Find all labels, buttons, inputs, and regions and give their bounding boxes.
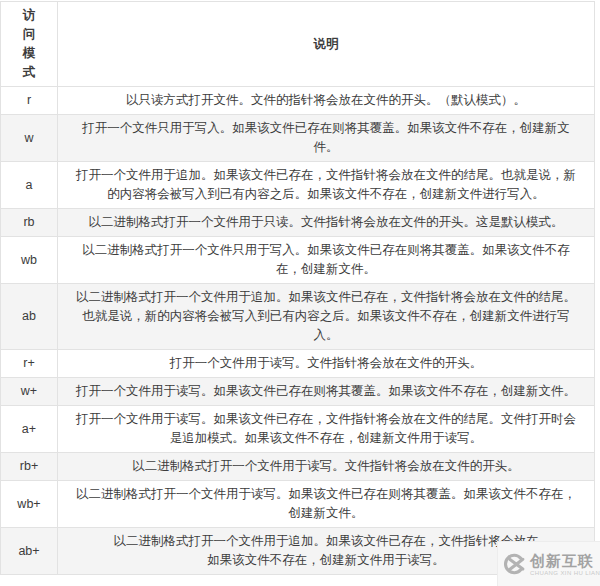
col-header-mode: 访 问 模 式 — [1, 2, 58, 87]
table-row: w+ 打开一个文件用于读写。如果该文件已存在则将其覆盖。如果该文件不存在，创建新… — [1, 378, 595, 406]
description-cell: 以只读方式打开文件。文件的指针将会放在文件的开头。（默认模式）。 — [58, 87, 595, 115]
table-row: wb 以二进制格式打开一个文件只用于写入。如果该文件已存在则将其覆盖。如果该文件… — [1, 237, 595, 284]
mode-cell: a+ — [1, 406, 58, 453]
watermark: 创新互联 CHUANG XIN HU LIAN — [497, 541, 600, 586]
table-row: r+ 打开一个文件用于读写。文件指针将会放在文件的开头。 — [1, 350, 595, 378]
mode-cell: rb — [1, 209, 58, 237]
watermark-subtitle: CHUANG XIN HU LIAN — [530, 570, 597, 576]
description-cell: 打开一个文件用于读写。如果该文件已存在，文件指针将会放在文件的结尾。文件打开时会… — [58, 406, 595, 453]
mode-cell: a — [1, 162, 58, 209]
mode-cell: ab+ — [1, 528, 58, 575]
description-cell: 打开一个文件用于追加。如果该文件已存在，文件指针将会放在文件的结尾。也就是说，新… — [58, 162, 595, 209]
table-row: w 打开一个文件只用于写入。如果该文件已存在则将其覆盖。如果该文件不存在，创建新… — [1, 115, 595, 162]
table-row: wb+ 以二进制格式打开一个文件用于读写。如果该文件已存在则将其覆盖。如果该文件… — [1, 481, 595, 528]
description-cell: 以二进制格式打开一个文件用于读写。如果该文件已存在则将其覆盖。如果该文件不存在，… — [58, 481, 595, 528]
mode-cell: w — [1, 115, 58, 162]
table-row: rb+ 以二进制格式打开一个文件用于读写。文件指针将会放在文件的开头。 — [1, 453, 595, 481]
table-row: rb 以二进制格式打开一个文件用于只读。文件指针将会放在文件的开头。这是默认模式… — [1, 209, 595, 237]
mode-cell: r — [1, 87, 58, 115]
col-header-description: 说明 — [58, 2, 595, 87]
cxhl-logo-icon — [503, 552, 527, 576]
description-cell: 以二进制格式打开一个文件用于追加。如果该文件已存在，文件指针将会放在文件的结尾。… — [58, 284, 595, 350]
mode-cell: ab — [1, 284, 58, 350]
header-row: 访 问 模 式 说明 — [1, 2, 595, 87]
table-row: ab 以二进制格式打开一个文件用于追加。如果该文件已存在，文件指针将会放在文件的… — [1, 284, 595, 350]
description-cell: 以二进制格式打开一个文件只用于写入。如果该文件已存在则将其覆盖。如果该文件不存 … — [58, 237, 595, 284]
watermark-title: 创新互联 — [530, 553, 597, 569]
description-cell: 以二进制格式打开一个文件用于读写。文件指针将会放在文件的开头。 — [58, 453, 595, 481]
mode-cell: rb+ — [1, 453, 58, 481]
watermark-text: 创新互联 CHUANG XIN HU LIAN — [530, 553, 597, 576]
mode-cell: w+ — [1, 378, 58, 406]
description-cell: 以二进制格式打开一个文件用于只读。文件指针将会放在文件的开头。这是默认模式。 — [58, 209, 595, 237]
table-row: a 打开一个文件用于追加。如果该文件已存在，文件指针将会放在文件的结尾。也就是说… — [1, 162, 595, 209]
table-row: r 以只读方式打开文件。文件的指针将会放在文件的开头。（默认模式）。 — [1, 87, 595, 115]
file-modes-table: 访 问 模 式 说明 r 以只读方式打开文件。文件的指针将会放在文件的开头。（默… — [0, 1, 595, 575]
description-cell: 打开一个文件只用于写入。如果该文件已存在则将其覆盖。如果该文件不存在，创建新文 … — [58, 115, 595, 162]
mode-cell: wb — [1, 237, 58, 284]
description-cell: 打开一个文件用于读写。文件指针将会放在文件的开头。 — [58, 350, 595, 378]
mode-cell: r+ — [1, 350, 58, 378]
mode-cell: wb+ — [1, 481, 58, 528]
description-cell: 打开一个文件用于读写。如果该文件已存在则将其覆盖。如果该文件不存在，创建新文件。 — [58, 378, 595, 406]
table-row: a+ 打开一个文件用于读写。如果该文件已存在，文件指针将会放在文件的结尾。文件打… — [1, 406, 595, 453]
